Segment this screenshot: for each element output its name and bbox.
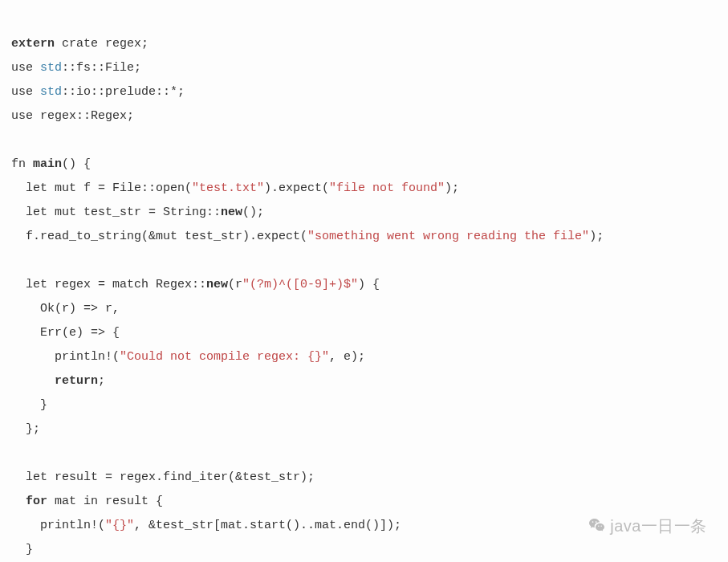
code-text: use: [11, 61, 40, 75]
code-text: let regex = match Regex::: [11, 278, 206, 291]
code-text: Err(e) => {: [11, 326, 120, 340]
code-text: let result = regex.find_iter(&test_str);: [11, 470, 315, 484]
code-text: }: [11, 543, 33, 556]
code-text: ) {: [358, 278, 380, 291]
code-text: println!(: [11, 519, 105, 532]
code-text: () {: [62, 157, 91, 171]
code-text: let mut test_str = String::: [11, 206, 221, 219]
code-text: ();: [242, 206, 264, 219]
code-text: use: [11, 85, 40, 99]
string-literal: "file not found": [329, 181, 445, 195]
type-std: std: [40, 85, 62, 99]
code-text: fn: [11, 157, 33, 171]
code-text: let mut f = File::open(: [11, 181, 192, 195]
code-text: );: [445, 181, 459, 195]
code-text: f.read_to_string(&mut test_str).expect(: [11, 230, 307, 243]
string-literal: "(?m)^([0-9]+)$": [242, 278, 358, 291]
string-literal: "something went wrong reading the file": [307, 230, 589, 243]
type-std: std: [40, 61, 62, 75]
code-text: }: [11, 398, 47, 412]
code-text: };: [11, 422, 40, 436]
code-text: crate regex;: [55, 37, 148, 51]
fn-new: new: [206, 278, 228, 291]
code-text: mat in result {: [47, 495, 163, 508]
code-text: [11, 374, 55, 388]
code-text: ::fs::File;: [62, 61, 141, 75]
code-text: ).expect(: [264, 181, 329, 195]
code-block: extern crate regex; use std::fs::File; u…: [0, 0, 728, 562]
string-literal: "{}": [105, 519, 134, 532]
code-text: Ok(r) => r,: [11, 302, 120, 316]
code-text: [11, 495, 26, 508]
code-text: (r: [228, 278, 242, 291]
code-text: );: [589, 230, 604, 243]
code-text: ::io::prelude::*;: [62, 85, 185, 99]
watermark-text: java一日一条: [610, 514, 707, 538]
watermark: java一日一条: [588, 514, 707, 538]
keyword-return: return: [55, 374, 98, 388]
keyword-for: for: [26, 495, 47, 508]
code-text: println!(: [11, 350, 120, 364]
code-text: , e);: [329, 350, 365, 364]
fn-main: main: [33, 157, 62, 171]
code-text: , &test_str[mat.start()..mat.end()]);: [134, 519, 401, 532]
code-text: use regex::Regex;: [11, 109, 134, 123]
fn-new: new: [221, 206, 242, 219]
keyword-extern: extern: [11, 37, 55, 51]
wechat-icon: [588, 516, 607, 536]
string-literal: "test.txt": [192, 181, 264, 195]
code-text: ;: [98, 374, 105, 388]
string-literal: "Could not compile regex: {}": [120, 350, 329, 364]
